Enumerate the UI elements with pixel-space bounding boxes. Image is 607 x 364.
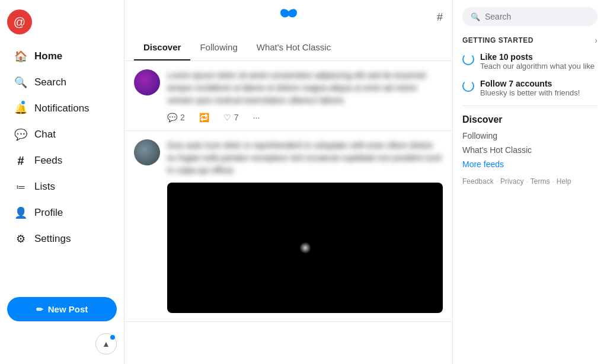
new-post-label: New Post [48, 304, 88, 314]
sidebar-item-chat[interactable]: 💬 Chat [7, 122, 117, 147]
discover-link-whats-hot[interactable]: What's Hot Classic [462, 145, 598, 155]
feed-header: # [124, 0, 452, 35]
sidebar-item-label: Feeds [34, 155, 62, 167]
avatar [134, 139, 160, 165]
sidebar-item-home[interactable]: 🏠 Home [7, 44, 117, 69]
post-item: Lorem ipsum dolor sit amet consectetur a… [124, 61, 452, 131]
chevron-up-icon: ▲ [102, 339, 110, 349]
reply-action[interactable]: 💬 2 [167, 113, 185, 122]
scroll-top-button[interactable]: ▲ [95, 333, 117, 355]
sidebar-item-label: Lists [34, 181, 55, 193]
reply-count: 2 [180, 113, 185, 122]
post-actions: 💬 2 🔁 ♡ 7 ··· [167, 113, 443, 122]
sidebar-item-label: Settings [34, 233, 71, 245]
feed-content: Lorem ipsum dolor sit amet consectetur a… [124, 61, 452, 364]
nav-menu: 🏠 Home 🔍 Search 🔔 Notifications 💬 Chat #… [7, 44, 117, 288]
lists-icon: ≔ [14, 180, 27, 193]
chat-icon: 💬 [14, 128, 27, 141]
sidebar-item-label: Search [34, 76, 66, 88]
sidebar-item-feeds[interactable]: # Feeds [7, 148, 117, 173]
settings-icon: ⚙ [14, 232, 27, 245]
sidebar-item-notifications[interactable]: 🔔 Notifications [7, 96, 117, 121]
edit-icon: ✏ [36, 305, 43, 314]
repost-icon: 🔁 [199, 113, 209, 122]
more-action[interactable]: ··· [253, 113, 260, 122]
hashtag-icon[interactable]: # [437, 11, 443, 24]
at-icon: @ [14, 15, 25, 29]
gs-item-likes: Like 10 posts Teach our algorithm what y… [462, 52, 598, 71]
scroll-top-dot [110, 335, 115, 340]
post-body: Duis aute irure dolor in reprehenderit i… [167, 139, 443, 313]
gs-item-text: Like 10 posts Teach our algorithm what y… [480, 52, 595, 71]
sidebar-item-label: Home [34, 50, 62, 62]
logo-button[interactable]: @ [7, 9, 32, 34]
getting-started-header: GETTING STARTED › [462, 36, 598, 45]
post-item: Duis aute irure dolor in reprehenderit i… [124, 131, 452, 322]
reply-icon: 💬 [167, 113, 177, 122]
footer-links: Feedback · Privacy · Terms · Help [462, 177, 598, 186]
post-body: Lorem ipsum dolor sit amet consectetur a… [167, 69, 443, 122]
footer-link-privacy[interactable]: Privacy [500, 177, 523, 186]
sidebar-item-search[interactable]: 🔍 Search [7, 70, 117, 95]
right-sidebar: 🔍 GETTING STARTED › Like 10 posts Teach … [453, 0, 607, 364]
footer-link-help[interactable]: Help [557, 177, 571, 186]
progress-spinner [462, 80, 474, 92]
main-feed: # Discover Following What's Hot Classic … [124, 0, 453, 364]
search-icon: 🔍 [471, 12, 480, 21]
ellipsis-icon: ··· [253, 113, 260, 122]
gs-item-subtitle: Bluesky is better with friends! [480, 88, 580, 97]
search-input[interactable] [485, 12, 589, 21]
tab-whats-hot[interactable]: What's Hot Classic [247, 35, 340, 60]
sidebar-item-label: Notifications [34, 103, 90, 114]
tab-following[interactable]: Following [190, 35, 247, 60]
profile-icon: 👤 [14, 206, 27, 219]
tab-discover[interactable]: Discover [134, 35, 190, 60]
footer-separator: · [552, 177, 554, 186]
sidebar-item-profile[interactable]: 👤 Profile [7, 200, 117, 225]
like-action[interactable]: ♡ 7 [223, 113, 239, 122]
search-box[interactable]: 🔍 [462, 7, 598, 26]
footer-link-feedback[interactable]: Feedback [462, 177, 494, 186]
avatar [134, 69, 160, 95]
chevron-right-icon[interactable]: › [595, 36, 598, 45]
sidebar-item-settings[interactable]: ⚙ Settings [7, 226, 117, 251]
hash-icon: # [14, 154, 27, 167]
footer-link-terms[interactable]: Terms [531, 177, 550, 186]
progress-spinner [462, 53, 474, 65]
heart-icon: ♡ [223, 113, 231, 122]
feed-tabs: Discover Following What's Hot Classic [124, 35, 452, 61]
footer-separator: · [526, 177, 528, 186]
discover-section-title: Discover [462, 114, 598, 125]
gs-item-subtitle: Teach our algorithm what you like [480, 62, 595, 71]
search-icon: 🔍 [14, 76, 27, 89]
post-text: Duis aute irure dolor in reprehenderit i… [167, 139, 443, 177]
sidebar-item-lists[interactable]: ≔ Lists [7, 174, 117, 199]
sidebar: @ 🏠 Home 🔍 Search 🔔 Notifications 💬 Chat… [0, 0, 124, 364]
home-icon: 🏠 [14, 50, 27, 63]
divider [462, 106, 598, 106]
repost-action[interactable]: 🔁 [199, 113, 209, 122]
bluesky-logo [280, 7, 297, 28]
new-post-button[interactable]: ✏ New Post [7, 297, 117, 321]
gs-item-title: Follow 7 accounts [480, 79, 580, 88]
gs-item-follow: Follow 7 accounts Bluesky is better with… [462, 79, 598, 97]
getting-started-title: GETTING STARTED [462, 36, 533, 44]
notification-badge [20, 100, 26, 106]
post-image [167, 183, 443, 313]
footer-separator: · [496, 177, 498, 186]
sidebar-item-label: Profile [34, 207, 63, 219]
like-count: 7 [234, 113, 239, 122]
discover-link-more-feeds[interactable]: More feeds [462, 159, 598, 169]
image-glow [299, 242, 311, 254]
gs-item-title: Like 10 posts [480, 52, 595, 62]
sidebar-item-label: Chat [34, 129, 56, 141]
discover-link-following[interactable]: Following [462, 131, 598, 141]
post-text: Lorem ipsum dolor sit amet consectetur a… [167, 69, 443, 107]
gs-item-text: Follow 7 accounts Bluesky is better with… [480, 79, 580, 97]
